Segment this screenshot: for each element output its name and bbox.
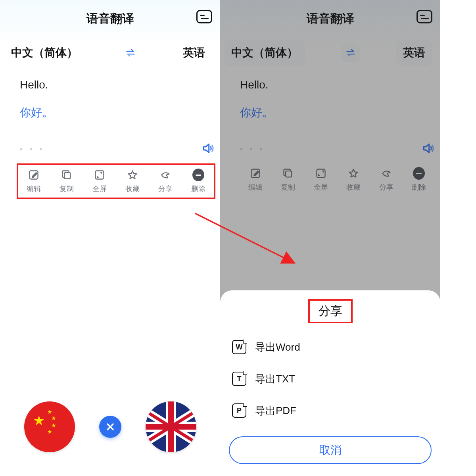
close-button[interactable] xyxy=(99,416,121,438)
svg-rect-2 xyxy=(96,171,104,179)
translation-card: Hello. 你好。 • • • 编辑 复制 全屏 收藏 xyxy=(0,79,220,199)
minus-circle-icon xyxy=(192,169,204,181)
screenshot-right: 语音翻译 中文（简体） 英语 Hello. 你好。 • • • 编辑 复 xyxy=(220,0,440,476)
share-icon xyxy=(160,169,171,180)
word-file-icon: W xyxy=(232,340,246,354)
speaker-icon xyxy=(202,142,214,155)
export-word-option[interactable]: W 导出Word xyxy=(220,331,440,363)
speaker-button[interactable] xyxy=(202,142,214,156)
page-title: 语音翻译 xyxy=(86,11,134,27)
delete-button[interactable]: 删除 xyxy=(186,169,211,194)
pdf-file-icon: P xyxy=(232,403,246,418)
edit-button[interactable]: 编辑 xyxy=(21,169,46,194)
action-toolbar-highlighted: 编辑 复制 全屏 收藏 分享 删除 xyxy=(17,163,215,199)
favorite-label: 收藏 xyxy=(125,184,140,194)
fullscreen-label: 全屏 xyxy=(92,184,107,194)
copy-label: 复制 xyxy=(60,184,74,194)
export-txt-label: 导出TXT xyxy=(255,372,295,386)
copy-icon xyxy=(61,169,72,180)
screenshot-left: 语音翻译 中文（简体） 英语 Hello. 你好。 • • • 编辑 复制 xyxy=(0,0,220,476)
source-language[interactable]: 中文（简体） xyxy=(4,40,85,66)
edit-icon xyxy=(28,169,39,180)
language-selector-row: 中文（简体） 英语 xyxy=(0,30,220,70)
export-txt-option[interactable]: T 导出TXT xyxy=(220,363,440,395)
copy-button[interactable]: 复制 xyxy=(54,169,79,194)
share-label: 分享 xyxy=(158,184,173,194)
target-text: 你好。 xyxy=(20,105,210,120)
export-pdf-option[interactable]: P 导出PDF xyxy=(220,395,440,426)
delete-label: 删除 xyxy=(191,184,205,194)
share-sheet-title: 分享 xyxy=(308,299,353,323)
share-button[interactable]: 分享 xyxy=(153,169,178,194)
svg-rect-1 xyxy=(64,173,70,178)
target-language[interactable]: 英语 xyxy=(176,40,212,66)
list-toggle-icon[interactable] xyxy=(196,10,212,23)
fullscreen-icon xyxy=(94,169,105,180)
fullscreen-button[interactable]: 全屏 xyxy=(87,169,112,194)
more-dots-icon[interactable]: • • • xyxy=(20,145,44,154)
star-icon xyxy=(127,169,138,180)
bottom-controls: ★★★★★ xyxy=(0,401,220,452)
export-pdf-label: 导出PDF xyxy=(255,404,296,418)
favorite-button[interactable]: 收藏 xyxy=(120,169,145,194)
edit-label: 编辑 xyxy=(27,184,41,194)
china-flag-button[interactable]: ★★★★★ xyxy=(24,401,75,452)
close-icon xyxy=(106,422,115,432)
header: 语音翻译 xyxy=(0,0,220,30)
swap-icon xyxy=(125,47,136,58)
uk-flag-button[interactable] xyxy=(146,401,196,452)
txt-file-icon: T xyxy=(232,372,246,386)
export-word-label: 导出Word xyxy=(255,340,300,354)
cancel-button[interactable]: 取消 xyxy=(229,436,432,464)
source-text: Hello. xyxy=(20,79,210,91)
share-sheet: 分享 W 导出Word T 导出TXT P 导出PDF 取消 xyxy=(220,290,440,476)
swap-languages-button[interactable] xyxy=(121,43,140,62)
